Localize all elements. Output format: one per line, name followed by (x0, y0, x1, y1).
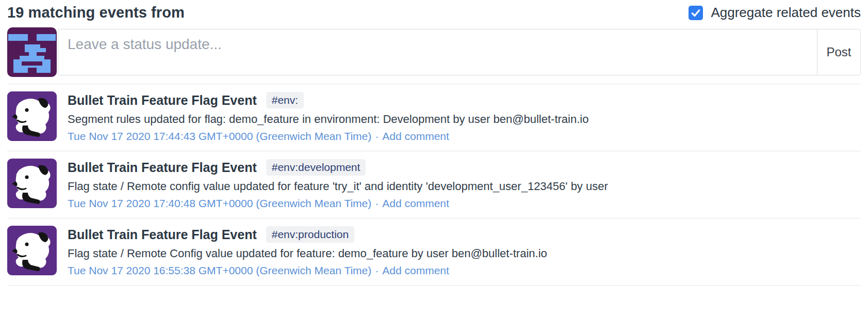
event-env-tag[interactable]: #env: (266, 92, 304, 108)
event-row-2: Bullet Train Feature Flag Event #env:dev… (7, 151, 861, 218)
event-body: Bullet Train Feature Flag Event #env: Se… (68, 91, 588, 143)
page-title: 19 matching events from (7, 4, 185, 21)
event-title: Bullet Train Feature Flag Event (68, 160, 257, 175)
events-header: 19 matching events from Aggregate relate… (7, 0, 861, 27)
event-description: Flag state / Remote config value updated… (68, 180, 608, 193)
event-title: Bullet Train Feature Flag Event (68, 227, 257, 242)
post-button[interactable]: Post (817, 29, 860, 75)
status-update-input[interactable] (58, 29, 817, 75)
event-row-1: Bullet Train Feature Flag Event #env: Se… (7, 84, 861, 151)
aggregate-toggle[interactable]: Aggregate related events (689, 5, 861, 21)
meta-separator: · (375, 264, 379, 276)
event-meta: Tue Nov 17 2020 17:44:43 GMT+0000 (Green… (68, 130, 588, 143)
event-row-3: Bullet Train Feature Flag Event #env:pro… (7, 218, 861, 286)
event-description: Segment rules updated for flag: demo_fea… (68, 113, 588, 126)
events-page: 19 matching events from Aggregate relate… (0, 0, 868, 286)
event-meta: Tue Nov 17 2020 16:55:38 GMT+0000 (Green… (68, 264, 547, 277)
status-update-box: Post (58, 29, 861, 75)
event-description: Flag state / Remote Config value updated… (68, 247, 547, 260)
event-env-tag[interactable]: #env:development (266, 159, 366, 176)
meta-separator: · (375, 130, 379, 142)
event-timestamp-link[interactable]: Tue Nov 17 2020 17:40:48 GMT+0000 (Green… (68, 197, 371, 209)
add-comment-link[interactable]: Add comment (382, 197, 449, 209)
status-update-row: Post (7, 27, 861, 77)
event-body: Bullet Train Feature Flag Event #env:dev… (68, 159, 608, 210)
event-timestamp-link[interactable]: Tue Nov 17 2020 16:55:38 GMT+0000 (Green… (68, 264, 371, 276)
meta-separator: · (375, 197, 379, 209)
add-comment-link[interactable]: Add comment (382, 130, 449, 142)
event-timestamp-link[interactable]: Tue Nov 17 2020 17:44:43 GMT+0000 (Green… (68, 130, 371, 142)
aggregate-checkbox[interactable] (689, 6, 703, 20)
event-list: Bullet Train Feature Flag Event #env: Se… (7, 84, 861, 286)
datadog-dog-avatar (7, 91, 57, 141)
user-identicon-avatar (7, 27, 57, 77)
event-meta: Tue Nov 17 2020 17:40:48 GMT+0000 (Green… (68, 197, 608, 210)
aggregate-label: Aggregate related events (711, 5, 861, 21)
event-title: Bullet Train Feature Flag Event (68, 93, 257, 108)
add-comment-link[interactable]: Add comment (382, 264, 449, 276)
event-env-tag[interactable]: #env:production (266, 226, 354, 243)
datadog-dog-avatar (7, 226, 57, 275)
event-body: Bullet Train Feature Flag Event #env:pro… (68, 226, 547, 277)
datadog-dog-avatar (7, 159, 57, 208)
checkmark-icon (691, 8, 701, 18)
